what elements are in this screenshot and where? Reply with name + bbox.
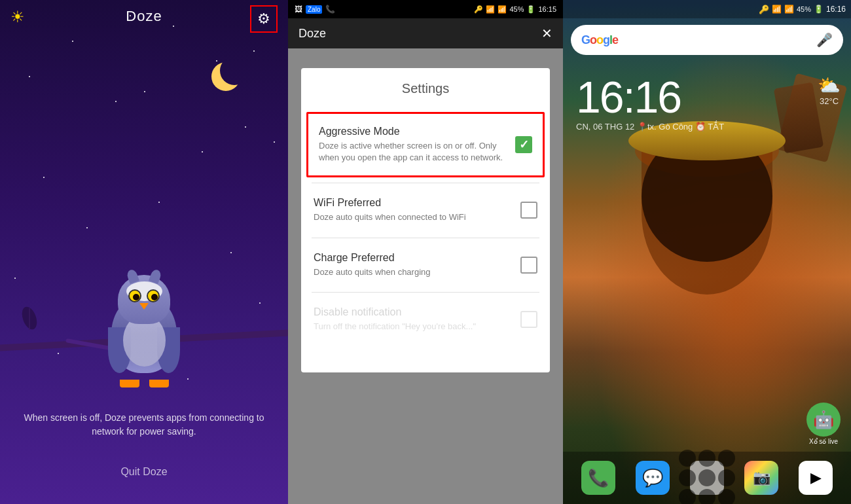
home-status-right: 🔑 📶 📶 45% 🔋 16:16	[759, 5, 846, 14]
doze-app-panel: ☀ Doze ⚙	[0, 0, 288, 504]
doze-description-text: When screen is off, Doze prevents apps f…	[0, 411, 288, 439]
camera-icon: 🖼	[295, 5, 302, 14]
lottery-app-icon[interactable]: 🤖 Xổ số live	[806, 403, 841, 445]
home-battery-percent: 45%	[797, 5, 811, 13]
weather-icon: ⛅	[818, 75, 841, 96]
owl-illustration	[101, 275, 187, 380]
app-grid-icon	[679, 450, 735, 504]
messages-dock-icon[interactable]: 💬	[636, 461, 670, 495]
home-vpn-key-icon: 🔑	[759, 5, 769, 14]
status-left-icons: 🖼 Zalo 📞	[295, 5, 335, 14]
google-logo: Google	[581, 33, 618, 47]
disable-notification-content: Disable notification Turn off the notifi…	[314, 306, 520, 333]
charge-preferred-content: Charge Preferred Doze auto quits when ch…	[314, 252, 520, 278]
gear-icon: ⚙	[257, 10, 270, 27]
app-drawer-button[interactable]	[690, 461, 724, 495]
phone-dock-icon[interactable]: 📞	[581, 461, 615, 495]
aggressive-mode-description: Doze is active whether screen is on or o…	[319, 140, 515, 164]
wifi-preferred-description: Doze auto quits when connected to WiFi	[314, 211, 520, 223]
phone-status-icon: 📞	[325, 5, 335, 14]
vpn-key-icon: 🔑	[474, 5, 483, 14]
home-dock: 📞 💬 📷 ▶	[563, 452, 851, 504]
status-time: 16:15	[538, 5, 556, 13]
quit-doze-button[interactable]: Quit Doze	[120, 466, 167, 478]
moon-decoration	[209, 59, 245, 98]
app-bar: Doze ✕	[288, 18, 563, 48]
message-icon: 💬	[642, 468, 663, 488]
lottery-icon: 🤖	[806, 403, 841, 437]
leaf-decoration	[20, 305, 39, 334]
close-button[interactable]: ✕	[541, 26, 552, 41]
home-status-bar: 🔑 📶 📶 45% 🔋 16:16	[563, 0, 851, 18]
play-store-dock-icon[interactable]: ▶	[799, 461, 833, 495]
home-wifi-icon: 📶	[772, 5, 782, 14]
wifi-preferred-content: WiFi Preferred Doze auto quits when conn…	[314, 197, 520, 223]
aggressive-mode-title: Aggressive Mode	[319, 126, 515, 137]
app-bar-title: Doze	[299, 27, 326, 41]
signal-icon: 📶	[498, 5, 507, 14]
settings-panel: 🖼 Zalo 📞 🔑 📶 📶 45% 🔋 16:15 Doze ✕ Settin…	[288, 0, 563, 504]
play-store-icon: ▶	[810, 469, 822, 486]
charge-preferred-title: Charge Preferred	[314, 252, 520, 264]
disable-notification-title: Disable notification	[314, 306, 520, 318]
aggressive-mode-item[interactable]: Aggressive Mode Doze is active whether s…	[306, 112, 545, 177]
weather-widget: ⛅ 32°C	[818, 75, 841, 106]
time-widget: 16:16 ⛅ 32°C	[563, 62, 851, 119]
home-battery-icon: 🔋	[814, 5, 824, 14]
microphone-icon[interactable]: 🎤	[816, 32, 833, 48]
doze-app-title: Doze	[126, 8, 162, 25]
settings-title: Settings	[301, 68, 550, 107]
battery-icon: 🔋	[526, 5, 535, 14]
status-right-info: 🔑 📶 📶 45% 🔋 16:15	[474, 5, 556, 14]
status-bar: 🖼 Zalo 📞 🔑 📶 📶 45% 🔋 16:15	[288, 0, 563, 18]
lottery-label: Xổ số live	[809, 438, 838, 445]
wifi-preferred-title: WiFi Preferred	[314, 197, 520, 209]
settings-card: Settings Aggressive Mode Doze is active …	[301, 68, 550, 372]
disable-notification-description: Turn off the notification "Hey you're ba…	[314, 321, 520, 333]
settings-dialog-wrapper: Settings Aggressive Mode Doze is active …	[288, 48, 563, 504]
home-signal-bars: 📶	[784, 5, 794, 14]
gallery-dock-icon[interactable]: 📷	[744, 461, 778, 495]
charge-preferred-item[interactable]: Charge Preferred Doze auto quits when ch…	[301, 238, 550, 292]
settings-gear-button[interactable]: ⚙	[250, 5, 278, 33]
home-date-location: CN, 06 THG 12 📍tx. Gò Công ⏰ TẮT	[563, 119, 851, 134]
weather-temperature: 32°C	[818, 96, 841, 106]
gallery-icon: 📷	[753, 469, 770, 486]
wifi-preferred-checkbox[interactable]	[520, 202, 537, 219]
svg-point-2	[211, 62, 240, 91]
charge-preferred-checkbox[interactable]	[520, 257, 537, 274]
phone-icon: 📞	[588, 468, 609, 488]
wifi-preferred-item[interactable]: WiFi Preferred Doze auto quits when conn…	[301, 183, 550, 237]
disable-notification-checkbox	[520, 311, 537, 328]
aggressive-mode-checkbox[interactable]	[515, 136, 532, 153]
google-search-bar[interactable]: Google 🎤	[571, 25, 843, 55]
disable-notification-item: Disable notification Turn off the notifi…	[301, 293, 550, 346]
zalo-icon: Zalo	[306, 5, 322, 14]
home-time: 16:16	[826, 5, 846, 14]
card-bottom-padding	[301, 346, 550, 372]
wifi-icon: 📶	[486, 5, 495, 14]
battery-percent: 45%	[509, 5, 524, 13]
doze-header: ☀ Doze ⚙	[0, 0, 288, 33]
aggressive-mode-content: Aggressive Mode Doze is active whether s…	[319, 126, 515, 164]
home-clock: 16:16	[576, 75, 838, 119]
sun-icon: ☀	[10, 8, 25, 26]
charge-preferred-description: Doze auto quits when charging	[314, 266, 520, 278]
home-screen-panel: 🔑 📶 📶 45% 🔋 16:16 Google 🎤 16:16 ⛅ 32°C …	[563, 0, 851, 504]
